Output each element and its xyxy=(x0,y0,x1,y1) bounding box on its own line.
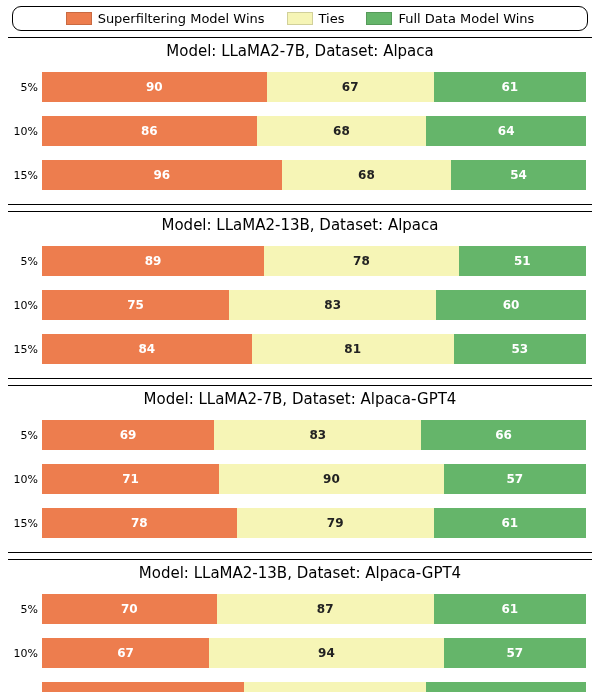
bar-value-label: 64 xyxy=(498,124,515,138)
bar-segment-win: 70 xyxy=(42,594,217,624)
y-tick-label: 5% xyxy=(8,429,42,442)
bar-segment-full: 64 xyxy=(426,682,586,692)
panel-title: Model: LLaMA2-13B, Dataset: Alpaca xyxy=(8,212,592,236)
bar-segment-full: 66 xyxy=(421,420,586,450)
bar-segment-win: 75 xyxy=(42,290,229,320)
legend-item-win: Superfiltering Model Wins xyxy=(66,11,265,26)
legend-label-ties: Ties xyxy=(319,11,345,26)
bar-segment-ties: 83 xyxy=(214,420,421,450)
bar-value-label: 54 xyxy=(510,168,527,182)
bar-value-label: 51 xyxy=(514,254,531,268)
bar-value-label: 78 xyxy=(131,516,148,530)
bar-value-label: 90 xyxy=(323,472,340,486)
bar-segment-win: 67 xyxy=(42,638,209,668)
chart-panels: Model: LLaMA2-7B, Dataset: Alpaca5%90676… xyxy=(8,37,592,692)
y-tick-label: 10% xyxy=(8,299,42,312)
stacked-bar: 719057 xyxy=(42,464,586,494)
legend: Superfiltering Model Wins Ties Full Data… xyxy=(12,6,588,31)
bar-value-label: 84 xyxy=(138,342,155,356)
bar-value-label: 83 xyxy=(324,298,341,312)
bar-row: 10%719057 xyxy=(8,460,592,498)
stacked-bar: 679457 xyxy=(42,638,586,668)
bar-segment-ties: 78 xyxy=(264,246,459,276)
stacked-bar: 787961 xyxy=(42,508,586,538)
bar-row: 10%866864 xyxy=(8,112,592,150)
y-tick-label: 15% xyxy=(8,169,42,182)
bar-segment-ties: 81 xyxy=(252,334,454,364)
bar-value-label: 71 xyxy=(122,472,139,486)
bar-segment-ties: 68 xyxy=(282,160,452,190)
bar-segment-ties: 94 xyxy=(209,638,444,668)
bar-segment-win: 78 xyxy=(42,508,237,538)
y-tick-label: 10% xyxy=(8,473,42,486)
bar-segment-full: 61 xyxy=(434,508,586,538)
bar-value-label: 94 xyxy=(318,646,335,660)
bar-value-label: 79 xyxy=(327,516,344,530)
bar-row: 10%679457 xyxy=(8,634,592,672)
stacked-bar: 966854 xyxy=(42,160,586,190)
bar-segment-ties: 79 xyxy=(237,508,434,538)
swatch-ties xyxy=(287,12,313,25)
bar-value-label: 78 xyxy=(353,254,370,268)
bar-row: 15%966854 xyxy=(8,156,592,194)
stacked-bar: 866864 xyxy=(42,116,586,146)
bar-segment-full: 54 xyxy=(451,160,586,190)
bar-value-label: 89 xyxy=(145,254,162,268)
bar-value-label: 61 xyxy=(502,80,519,94)
bar-segment-win: 90 xyxy=(42,72,267,102)
bar-value-label: 70 xyxy=(121,602,138,616)
bar-segment-ties: 87 xyxy=(217,594,434,624)
chart-panel: Model: LLaMA2-7B, Dataset: Alpaca5%90676… xyxy=(8,37,592,205)
bar-value-label: 67 xyxy=(342,80,359,94)
bar-segment-ties: 73 xyxy=(244,682,426,692)
bar-segment-ties: 90 xyxy=(219,464,444,494)
bar-segment-full: 64 xyxy=(426,116,586,146)
panel-title: Model: LLaMA2-13B, Dataset: Alpaca-GPT4 xyxy=(8,560,592,584)
legend-label-full: Full Data Model Wins xyxy=(398,11,534,26)
bar-segment-ties: 83 xyxy=(229,290,436,320)
bar-segment-win: 71 xyxy=(42,464,219,494)
panel-title: Model: LLaMA2-7B, Dataset: Alpaca-GPT4 xyxy=(8,386,592,410)
y-tick-label: 15% xyxy=(8,517,42,530)
swatch-full xyxy=(366,12,392,25)
bar-segment-win: 86 xyxy=(42,116,257,146)
bar-value-label: 68 xyxy=(358,168,375,182)
bar-value-label: 90 xyxy=(146,80,163,94)
bar-segment-full: 53 xyxy=(454,334,586,364)
bar-segment-win: 84 xyxy=(42,334,252,364)
bar-segment-full: 57 xyxy=(444,464,586,494)
stacked-bar: 817364 xyxy=(42,682,586,692)
bar-value-label: 61 xyxy=(502,602,519,616)
bar-row: 15%817364 xyxy=(8,678,592,692)
legend-item-full: Full Data Model Wins xyxy=(366,11,534,26)
chart-panel: Model: LLaMA2-13B, Dataset: Alpaca-GPT45… xyxy=(8,559,592,692)
bar-segment-full: 57 xyxy=(444,638,586,668)
bar-row: 10%758360 xyxy=(8,286,592,324)
bar-segment-ties: 67 xyxy=(267,72,434,102)
bar-segment-full: 60 xyxy=(436,290,586,320)
y-tick-label: 15% xyxy=(8,343,42,356)
stacked-bar: 848153 xyxy=(42,334,586,364)
bar-segment-full: 51 xyxy=(459,246,586,276)
bar-value-label: 96 xyxy=(153,168,170,182)
bar-value-label: 61 xyxy=(502,516,519,530)
bar-value-label: 69 xyxy=(120,428,137,442)
bar-value-label: 66 xyxy=(495,428,512,442)
bar-value-label: 53 xyxy=(512,342,529,356)
bar-segment-win: 69 xyxy=(42,420,214,450)
legend-item-ties: Ties xyxy=(287,11,345,26)
bar-value-label: 60 xyxy=(503,298,520,312)
bar-value-label: 68 xyxy=(333,124,350,138)
bar-row: 15%787961 xyxy=(8,504,592,542)
y-tick-label: 10% xyxy=(8,125,42,138)
y-tick-label: 5% xyxy=(8,81,42,94)
bar-segment-win: 81 xyxy=(42,682,244,692)
bar-value-label: 57 xyxy=(507,646,524,660)
bar-value-label: 81 xyxy=(344,342,361,356)
bar-row: 5%708761 xyxy=(8,590,592,628)
bar-row: 5%698366 xyxy=(8,416,592,454)
bar-segment-full: 61 xyxy=(434,72,586,102)
stacked-bar: 897851 xyxy=(42,246,586,276)
stacked-bar: 708761 xyxy=(42,594,586,624)
stacked-bar: 698366 xyxy=(42,420,586,450)
